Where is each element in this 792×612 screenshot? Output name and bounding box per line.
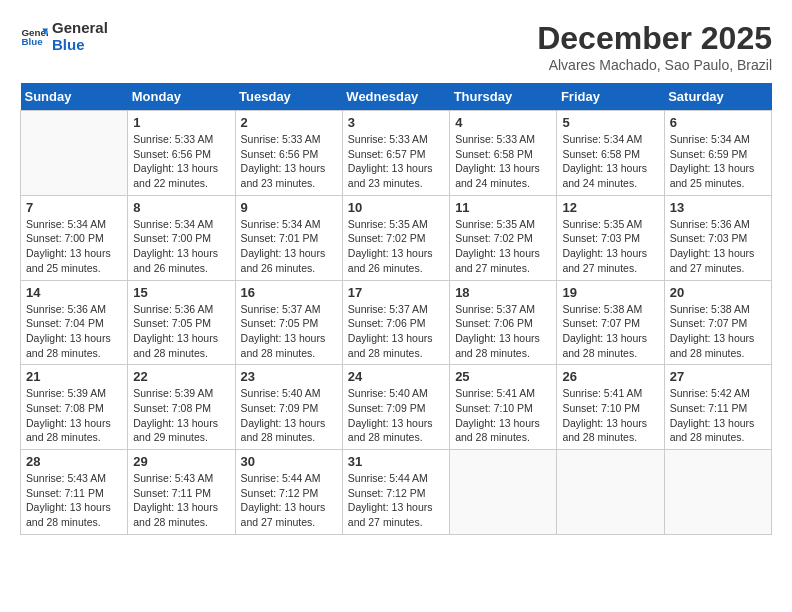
cell-info: Sunrise: 5:40 AMSunset: 7:09 PMDaylight:… xyxy=(241,386,337,445)
calendar-cell: 14Sunrise: 5:36 AMSunset: 7:04 PMDayligh… xyxy=(21,280,128,365)
calendar-cell: 18Sunrise: 5:37 AMSunset: 7:06 PMDayligh… xyxy=(450,280,557,365)
calendar-cell: 10Sunrise: 5:35 AMSunset: 7:02 PMDayligh… xyxy=(342,195,449,280)
day-number: 17 xyxy=(348,285,444,300)
calendar-cell: 28Sunrise: 5:43 AMSunset: 7:11 PMDayligh… xyxy=(21,450,128,535)
calendar-week-4: 21Sunrise: 5:39 AMSunset: 7:08 PMDayligh… xyxy=(21,365,772,450)
cell-info: Sunrise: 5:42 AMSunset: 7:11 PMDaylight:… xyxy=(670,386,766,445)
logo-line2: Blue xyxy=(52,37,108,54)
day-number: 20 xyxy=(670,285,766,300)
day-number: 21 xyxy=(26,369,122,384)
cell-info: Sunrise: 5:34 AMSunset: 6:59 PMDaylight:… xyxy=(670,132,766,191)
calendar-table: Sunday Monday Tuesday Wednesday Thursday… xyxy=(20,83,772,535)
col-sunday: Sunday xyxy=(21,83,128,111)
cell-info: Sunrise: 5:34 AMSunset: 7:00 PMDaylight:… xyxy=(26,217,122,276)
day-number: 22 xyxy=(133,369,229,384)
day-number: 27 xyxy=(670,369,766,384)
cell-info: Sunrise: 5:37 AMSunset: 7:06 PMDaylight:… xyxy=(455,302,551,361)
cell-info: Sunrise: 5:34 AMSunset: 6:58 PMDaylight:… xyxy=(562,132,658,191)
month-year: December 2025 xyxy=(537,20,772,57)
day-number: 7 xyxy=(26,200,122,215)
cell-info: Sunrise: 5:36 AMSunset: 7:04 PMDaylight:… xyxy=(26,302,122,361)
day-number: 4 xyxy=(455,115,551,130)
calendar-cell xyxy=(450,450,557,535)
cell-info: Sunrise: 5:40 AMSunset: 7:09 PMDaylight:… xyxy=(348,386,444,445)
calendar-cell: 16Sunrise: 5:37 AMSunset: 7:05 PMDayligh… xyxy=(235,280,342,365)
cell-info: Sunrise: 5:35 AMSunset: 7:02 PMDaylight:… xyxy=(455,217,551,276)
cell-info: Sunrise: 5:33 AMSunset: 6:58 PMDaylight:… xyxy=(455,132,551,191)
calendar-cell: 29Sunrise: 5:43 AMSunset: 7:11 PMDayligh… xyxy=(128,450,235,535)
day-number: 11 xyxy=(455,200,551,215)
calendar-cell: 2Sunrise: 5:33 AMSunset: 6:56 PMDaylight… xyxy=(235,111,342,196)
cell-info: Sunrise: 5:43 AMSunset: 7:11 PMDaylight:… xyxy=(26,471,122,530)
calendar-week-5: 28Sunrise: 5:43 AMSunset: 7:11 PMDayligh… xyxy=(21,450,772,535)
calendar-cell: 27Sunrise: 5:42 AMSunset: 7:11 PMDayligh… xyxy=(664,365,771,450)
cell-info: Sunrise: 5:36 AMSunset: 7:03 PMDaylight:… xyxy=(670,217,766,276)
cell-info: Sunrise: 5:35 AMSunset: 7:02 PMDaylight:… xyxy=(348,217,444,276)
col-friday: Friday xyxy=(557,83,664,111)
calendar-cell: 4Sunrise: 5:33 AMSunset: 6:58 PMDaylight… xyxy=(450,111,557,196)
calendar-cell: 25Sunrise: 5:41 AMSunset: 7:10 PMDayligh… xyxy=(450,365,557,450)
calendar-cell xyxy=(557,450,664,535)
calendar-cell: 1Sunrise: 5:33 AMSunset: 6:56 PMDaylight… xyxy=(128,111,235,196)
cell-info: Sunrise: 5:35 AMSunset: 7:03 PMDaylight:… xyxy=(562,217,658,276)
location: Alvares Machado, Sao Paulo, Brazil xyxy=(537,57,772,73)
calendar-cell: 8Sunrise: 5:34 AMSunset: 7:00 PMDaylight… xyxy=(128,195,235,280)
calendar-cell: 30Sunrise: 5:44 AMSunset: 7:12 PMDayligh… xyxy=(235,450,342,535)
day-number: 10 xyxy=(348,200,444,215)
day-number: 3 xyxy=(348,115,444,130)
calendar-cell: 6Sunrise: 5:34 AMSunset: 6:59 PMDaylight… xyxy=(664,111,771,196)
calendar-cell: 23Sunrise: 5:40 AMSunset: 7:09 PMDayligh… xyxy=(235,365,342,450)
logo-line1: General xyxy=(52,20,108,37)
cell-info: Sunrise: 5:39 AMSunset: 7:08 PMDaylight:… xyxy=(26,386,122,445)
day-number: 1 xyxy=(133,115,229,130)
cell-info: Sunrise: 5:36 AMSunset: 7:05 PMDaylight:… xyxy=(133,302,229,361)
col-tuesday: Tuesday xyxy=(235,83,342,111)
cell-info: Sunrise: 5:33 AMSunset: 6:57 PMDaylight:… xyxy=(348,132,444,191)
header-row: Sunday Monday Tuesday Wednesday Thursday… xyxy=(21,83,772,111)
day-number: 23 xyxy=(241,369,337,384)
cell-info: Sunrise: 5:39 AMSunset: 7:08 PMDaylight:… xyxy=(133,386,229,445)
col-thursday: Thursday xyxy=(450,83,557,111)
cell-info: Sunrise: 5:41 AMSunset: 7:10 PMDaylight:… xyxy=(562,386,658,445)
day-number: 19 xyxy=(562,285,658,300)
calendar-cell: 24Sunrise: 5:40 AMSunset: 7:09 PMDayligh… xyxy=(342,365,449,450)
cell-info: Sunrise: 5:38 AMSunset: 7:07 PMDaylight:… xyxy=(562,302,658,361)
cell-info: Sunrise: 5:34 AMSunset: 7:00 PMDaylight:… xyxy=(133,217,229,276)
day-number: 24 xyxy=(348,369,444,384)
day-number: 2 xyxy=(241,115,337,130)
calendar-cell: 31Sunrise: 5:44 AMSunset: 7:12 PMDayligh… xyxy=(342,450,449,535)
calendar-cell: 20Sunrise: 5:38 AMSunset: 7:07 PMDayligh… xyxy=(664,280,771,365)
day-number: 31 xyxy=(348,454,444,469)
cell-info: Sunrise: 5:37 AMSunset: 7:05 PMDaylight:… xyxy=(241,302,337,361)
calendar-cell xyxy=(664,450,771,535)
cell-info: Sunrise: 5:37 AMSunset: 7:06 PMDaylight:… xyxy=(348,302,444,361)
day-number: 29 xyxy=(133,454,229,469)
cell-info: Sunrise: 5:33 AMSunset: 6:56 PMDaylight:… xyxy=(133,132,229,191)
calendar-cell: 12Sunrise: 5:35 AMSunset: 7:03 PMDayligh… xyxy=(557,195,664,280)
col-monday: Monday xyxy=(128,83,235,111)
day-number: 12 xyxy=(562,200,658,215)
calendar-cell: 5Sunrise: 5:34 AMSunset: 6:58 PMDaylight… xyxy=(557,111,664,196)
day-number: 18 xyxy=(455,285,551,300)
calendar-cell: 17Sunrise: 5:37 AMSunset: 7:06 PMDayligh… xyxy=(342,280,449,365)
day-number: 6 xyxy=(670,115,766,130)
page-header: General Blue General Blue December 2025 … xyxy=(20,20,772,73)
day-number: 5 xyxy=(562,115,658,130)
logo-icon: General Blue xyxy=(20,23,48,51)
cell-info: Sunrise: 5:38 AMSunset: 7:07 PMDaylight:… xyxy=(670,302,766,361)
calendar-cell: 21Sunrise: 5:39 AMSunset: 7:08 PMDayligh… xyxy=(21,365,128,450)
col-saturday: Saturday xyxy=(664,83,771,111)
calendar-cell: 13Sunrise: 5:36 AMSunset: 7:03 PMDayligh… xyxy=(664,195,771,280)
svg-text:Blue: Blue xyxy=(21,36,43,47)
calendar-cell: 19Sunrise: 5:38 AMSunset: 7:07 PMDayligh… xyxy=(557,280,664,365)
cell-info: Sunrise: 5:33 AMSunset: 6:56 PMDaylight:… xyxy=(241,132,337,191)
title-section: December 2025 Alvares Machado, Sao Paulo… xyxy=(537,20,772,73)
cell-info: Sunrise: 5:41 AMSunset: 7:10 PMDaylight:… xyxy=(455,386,551,445)
day-number: 30 xyxy=(241,454,337,469)
day-number: 26 xyxy=(562,369,658,384)
cell-info: Sunrise: 5:44 AMSunset: 7:12 PMDaylight:… xyxy=(241,471,337,530)
calendar-cell: 3Sunrise: 5:33 AMSunset: 6:57 PMDaylight… xyxy=(342,111,449,196)
logo: General Blue General Blue xyxy=(20,20,108,53)
calendar-cell: 15Sunrise: 5:36 AMSunset: 7:05 PMDayligh… xyxy=(128,280,235,365)
col-wednesday: Wednesday xyxy=(342,83,449,111)
